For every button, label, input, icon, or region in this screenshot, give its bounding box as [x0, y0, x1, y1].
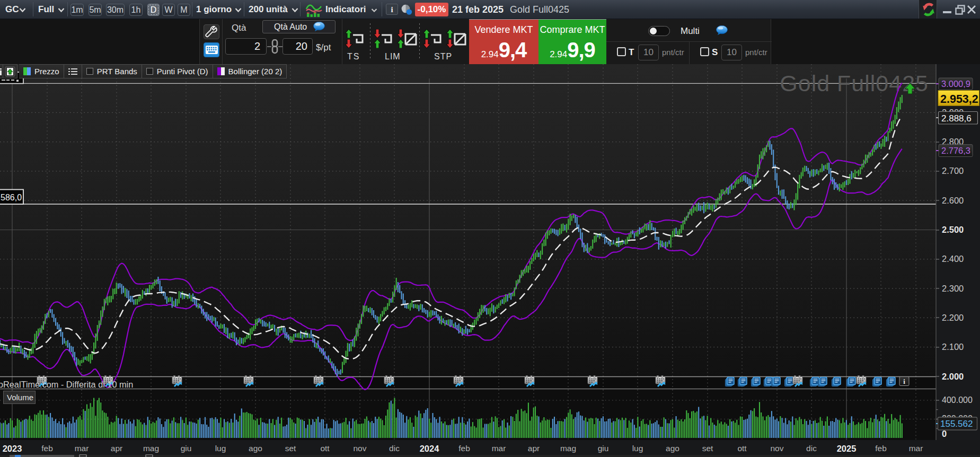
svg-text:mar: mar [75, 444, 89, 453]
svg-text:2.000: 2.000 [942, 372, 964, 381]
svg-text:ago: ago [249, 444, 262, 453]
svg-text:giu: giu [598, 444, 609, 453]
svg-text:2023: 2023 [3, 444, 22, 453]
svg-text:nov: nov [771, 444, 784, 453]
svg-text:Volume: Volume [7, 393, 33, 402]
svg-text:apr: apr [528, 444, 540, 453]
svg-text:ott: ott [320, 444, 330, 453]
svg-text:ott: ott [737, 444, 747, 453]
svg-text:Gold Full0425: Gold Full0425 [780, 71, 929, 96]
svg-text:mar: mar [492, 444, 506, 453]
svg-text:dic: dic [389, 444, 400, 453]
svg-text:ago: ago [666, 444, 679, 453]
svg-text:set: set [702, 444, 713, 453]
svg-text:2.100: 2.100 [942, 342, 964, 351]
svg-text:2.600: 2.600 [942, 196, 964, 205]
svg-text:0: 0 [942, 429, 947, 438]
svg-text:3.000,9: 3.000,9 [941, 79, 970, 89]
svg-text:2.200: 2.200 [942, 313, 964, 322]
svg-text:400.000: 400.000 [942, 396, 973, 405]
svg-text:feb: feb [458, 444, 470, 453]
svg-text:586,0: 586,0 [1, 193, 22, 202]
svg-text:2.700: 2.700 [942, 166, 964, 175]
svg-text:2.953,2: 2.953,2 [940, 93, 978, 106]
svg-text:apr: apr [111, 444, 122, 453]
svg-text:nov: nov [354, 444, 367, 453]
svg-text:2.776,3: 2.776,3 [941, 146, 970, 155]
svg-text:mag: mag [560, 444, 576, 453]
svg-text:dic: dic [806, 444, 817, 453]
svg-text:set: set [285, 444, 296, 453]
svg-text:feb: feb [41, 444, 53, 453]
svg-text:2025: 2025 [837, 444, 857, 453]
svg-text:mag: mag [143, 444, 159, 453]
svg-text:mar: mar [909, 444, 923, 453]
svg-text:lug: lug [215, 444, 226, 453]
svg-text:2.500: 2.500 [942, 225, 964, 234]
svg-text:155.562: 155.562 [940, 419, 973, 429]
svg-text:2024: 2024 [420, 444, 440, 453]
svg-text:giu: giu [181, 444, 192, 453]
svg-text:2.888,6: 2.888,6 [941, 113, 972, 124]
svg-text:oRealTime.com - Differita di 1: oRealTime.com - Differita di 10 min [0, 380, 133, 389]
svg-text:feb: feb [875, 444, 887, 453]
svg-text:2.400: 2.400 [942, 254, 964, 263]
svg-text:lug: lug [632, 444, 643, 453]
svg-text:2.300: 2.300 [942, 284, 964, 293]
